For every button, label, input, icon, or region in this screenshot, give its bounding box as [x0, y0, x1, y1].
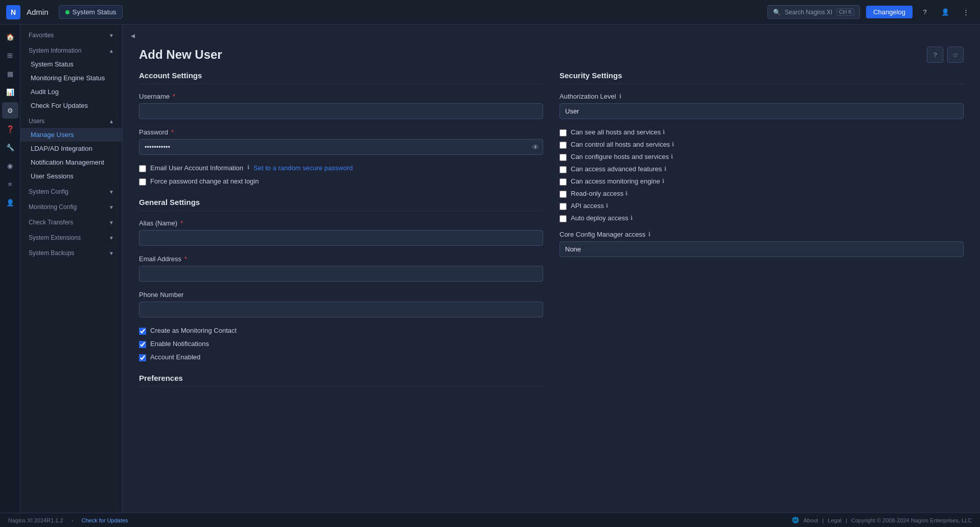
perm-read-only-access-checkbox[interactable]: [559, 191, 567, 198]
changelog-button[interactable]: Changelog: [866, 6, 913, 18]
core-config-manager-select[interactable]: None Read Read/Write: [559, 241, 964, 257]
system-backups-label: System Backups: [29, 249, 74, 257]
sidebar-dashboard-icon[interactable]: ▦: [2, 65, 18, 82]
email-address-input[interactable]: [139, 266, 543, 282]
footer-check-updates-link[interactable]: Check for Updates: [82, 517, 128, 523]
perm2-info-icon[interactable]: ℹ: [671, 153, 673, 160]
sidebar-gear-icon[interactable]: ⚙: [2, 102, 18, 119]
sidebar-help-icon[interactable]: ❓: [2, 121, 18, 137]
nav-section-check-transfers-header[interactable]: Check Transfers ▼: [20, 216, 122, 229]
system-info-label: System Information: [29, 47, 81, 54]
sidebar-home-icon[interactable]: 🏠: [2, 29, 18, 45]
monitoring-config-chevron: ▼: [109, 204, 114, 210]
email-account-checkbox[interactable]: [139, 165, 146, 172]
back-arrow-area[interactable]: ◂: [123, 25, 980, 47]
perm-can-access-monitoring-engine-label: Can access monitoring engine ℹ: [571, 177, 664, 185]
authorization-level-group: Authorization Level ℹ User Admin: [559, 93, 964, 119]
sidebar-person-icon[interactable]: 👤: [2, 194, 18, 211]
nav-section-system-config-header[interactable]: System Config ▼: [20, 185, 122, 198]
sidebar-item-monitoring-engine-status[interactable]: Monitoring Engine Status: [20, 71, 122, 85]
perm-auto-deploy-access-checkbox[interactable]: [559, 215, 567, 222]
force-password-checkbox[interactable]: [139, 178, 146, 186]
username-input[interactable]: [139, 103, 543, 119]
sidebar-list-icon[interactable]: ≡: [2, 176, 18, 192]
authorization-level-select[interactable]: User Admin: [559, 103, 964, 119]
back-arrow-icon[interactable]: ◂: [131, 31, 135, 40]
password-input[interactable]: [139, 139, 543, 155]
perm-can-see-all-hosts-checkbox[interactable]: [559, 129, 567, 136]
page-help-button[interactable]: ?: [927, 47, 943, 63]
perm6-info-icon[interactable]: ℹ: [606, 202, 608, 209]
nav-section-system-config: System Config ▼: [20, 185, 122, 198]
username-label: Username *: [139, 93, 543, 100]
email-address-label: Email Address *: [139, 255, 543, 263]
icon-sidebar: 🏠 ⊞ ▦ 📊 ⚙ ❓ 🔧 ◉ ≡ 👤: [0, 25, 20, 513]
sidebar-item-check-for-updates[interactable]: Check For Updates: [20, 99, 122, 112]
sidebar-item-user-sessions[interactable]: User Sessions: [20, 169, 122, 183]
perm5-info-icon[interactable]: ℹ: [625, 190, 627, 197]
preferences-title: Preferences: [139, 374, 543, 387]
nav-section-system-backups-header[interactable]: System Backups ▼: [20, 246, 122, 260]
footer-legal-link[interactable]: Legal: [828, 517, 842, 523]
perm-read-only-access-label: Read-only access ℹ: [571, 190, 627, 197]
sidebar-item-manage-users[interactable]: Manage Users: [20, 128, 122, 142]
perm7-info-icon[interactable]: ℹ: [631, 215, 633, 221]
account-enabled-row: Account Enabled: [139, 353, 543, 361]
general-settings-title: General Settings: [139, 198, 543, 211]
nav-section-monitoring-config-header[interactable]: Monitoring Config ▼: [20, 200, 122, 214]
perm-can-access-monitoring-engine-checkbox[interactable]: [559, 178, 567, 186]
nav-section-favorites-header[interactable]: Favorites ▼: [20, 29, 122, 42]
core-config-manager-label: Core Config Manager access ℹ: [559, 231, 964, 238]
sidebar-grid-icon[interactable]: ⊞: [2, 47, 18, 63]
alias-input[interactable]: [139, 230, 543, 246]
footer-copyright: Copyright © 2008-2024 Nagios Enterprises…: [851, 517, 972, 523]
sidebar-user-circle-icon[interactable]: ◉: [2, 157, 18, 174]
footer-about-link[interactable]: About: [803, 517, 818, 523]
perm-can-access-advanced-checkbox[interactable]: [559, 166, 567, 173]
sidebar-wrench-icon[interactable]: 🔧: [2, 139, 18, 155]
sidebar-item-audit-log[interactable]: Audit Log: [20, 85, 122, 99]
favorites-chevron: ▼: [109, 33, 114, 38]
sidebar-item-system-status[interactable]: System Status: [20, 57, 122, 71]
app-title: Admin: [27, 8, 49, 16]
perm3-info-icon[interactable]: ℹ: [664, 166, 666, 172]
nav-section-users-header[interactable]: Users ▲: [20, 114, 122, 128]
help-button[interactable]: ?: [917, 4, 933, 20]
nav-section-system-backups: System Backups ▼: [20, 246, 122, 260]
create-monitoring-contact-checkbox[interactable]: [139, 328, 146, 335]
more-menu-button[interactable]: ⋮: [958, 4, 974, 20]
security-settings-title: Security Settings: [559, 71, 964, 84]
email-account-info-icon[interactable]: ℹ: [247, 164, 249, 171]
core-config-manager-info-icon[interactable]: ℹ: [648, 231, 650, 238]
perm0-info-icon[interactable]: ℹ: [663, 129, 665, 135]
phone-number-input[interactable]: [139, 302, 543, 317]
nav-section-system-info-header[interactable]: System Information ▲: [20, 44, 122, 57]
system-info-chevron: ▲: [109, 48, 114, 54]
sidebar-item-notification-management[interactable]: Notification Management: [20, 155, 122, 169]
alias-group: Alias (Name) *: [139, 219, 543, 246]
system-status-button[interactable]: System Status: [59, 5, 123, 19]
main-content: ◂ Add New User ? ☆ Account Settings User…: [123, 25, 980, 513]
system-extensions-label: System Extensions: [29, 234, 81, 241]
user-profile-button[interactable]: 👤: [937, 4, 953, 20]
perm-can-configure-hosts-checkbox[interactable]: [559, 154, 567, 161]
core-config-manager-group: Core Config Manager access ℹ None Read R…: [559, 231, 964, 257]
create-monitoring-contact-row: Create as Monitoring Contact: [139, 327, 543, 335]
nav-section-system-extensions-header[interactable]: System Extensions ▼: [20, 231, 122, 244]
perm4-info-icon[interactable]: ℹ: [662, 178, 664, 185]
password-toggle-eye[interactable]: 👁: [532, 143, 539, 151]
alias-label: Alias (Name) *: [139, 219, 543, 227]
set-random-password-link[interactable]: Set to a random secure password: [253, 164, 353, 172]
perm-can-control-all-hosts-checkbox[interactable]: [559, 142, 567, 149]
authorization-level-info-icon[interactable]: ℹ: [619, 93, 621, 100]
enable-notifications-checkbox[interactable]: [139, 341, 146, 348]
perm-api-access-checkbox[interactable]: [559, 203, 567, 210]
enable-notifications-label: Enable Notifications: [150, 340, 209, 348]
sidebar-item-ldap-ad-integration[interactable]: LDAP/AD Integration: [20, 142, 122, 155]
search-box[interactable]: 🔍 Search Nagios XI Ctrl K: [767, 5, 860, 19]
page-favorite-button[interactable]: ☆: [947, 47, 964, 63]
sidebar-chart-icon[interactable]: 📊: [2, 84, 18, 100]
password-label: Password *: [139, 128, 543, 136]
perm1-info-icon[interactable]: ℹ: [672, 141, 674, 148]
account-enabled-checkbox[interactable]: [139, 354, 146, 361]
